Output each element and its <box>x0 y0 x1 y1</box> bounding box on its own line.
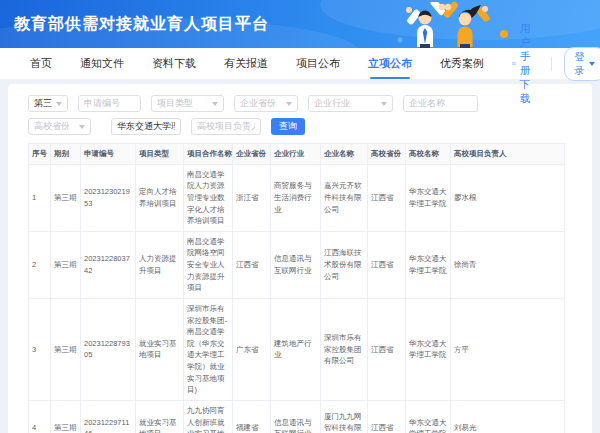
login-button[interactable]: 登录 <box>564 47 600 81</box>
table-cell: 华东交通大学理工学院 <box>406 298 451 400</box>
table-cell: 2023122971146 <box>81 400 136 433</box>
college-name-value: 华东交通大学理工学院 <box>117 120 175 133</box>
table-cell: 广东省 <box>233 298 271 400</box>
platform-title: 教育部供需对接就业育人项目平台 <box>14 14 269 35</box>
college-leader-placeholder: 高校项目负责人 <box>197 120 255 133</box>
table-cell: 江西海联技术股份有限公司 <box>321 231 368 298</box>
filter-row-2: 高校省份 华东交通大学理工学院 高校项目负责人 查询 <box>28 118 572 135</box>
table-cell: 方平 <box>451 298 565 400</box>
nav-item-project-announcement[interactable]: 项目公布 <box>296 48 340 80</box>
table-cell: 华东交通大学理工学院 <box>406 231 451 298</box>
table-cell: 商贸服务与生活消费行业 <box>271 164 321 231</box>
table-cell: 1 <box>29 164 51 231</box>
user-manual-download-link[interactable]: 用户手册下载 <box>512 22 539 106</box>
college-name-input[interactable]: 华东交通大学理工学院 <box>111 118 181 135</box>
table-cell: 就业实习基地项目 <box>136 400 184 433</box>
page-content: 第三期 申请编号 项目类型 企业省份 企业行业 企业名称 <box>0 80 600 433</box>
nav-item-reports[interactable]: 有关报道 <box>224 48 268 80</box>
company-industry-placeholder: 企业行业 <box>314 97 377 110</box>
application-number-input[interactable]: 申请编号 <box>78 95 141 112</box>
table-cell: 4 <box>29 400 51 433</box>
project-type-select[interactable]: 项目类型 <box>151 95 224 112</box>
column-header: 项目合作名称 <box>184 144 233 165</box>
table-cell: 人力资源提升项目 <box>136 231 184 298</box>
table-cell: 3 <box>29 298 51 400</box>
nav-item-approval-announcement[interactable]: 立项公布 <box>368 48 412 80</box>
project-type-placeholder: 项目类型 <box>157 97 208 110</box>
table-cell: 第三期 <box>51 400 81 433</box>
column-header: 企业行业 <box>271 144 321 165</box>
table-row: 1第三期2023123021953定向人才培养培训项目南昌交通学院人力资源管理专… <box>29 164 565 231</box>
college-leader-input[interactable]: 高校项目负责人 <box>191 118 261 135</box>
table-body: 1第三期2023123021953定向人才培养培训项目南昌交通学院人力资源管理专… <box>29 164 565 433</box>
college-province-select[interactable]: 高校省份 <box>28 118 91 135</box>
high-five-people-illustration <box>392 2 512 48</box>
period-select-value: 第三期 <box>34 97 52 110</box>
column-header: 申请编号 <box>81 144 136 165</box>
table-cell: 江西省 <box>368 164 406 231</box>
table-cell: 江西省 <box>368 400 406 433</box>
table-cell: 第三期 <box>51 231 81 298</box>
search-button[interactable]: 查询 <box>271 118 305 135</box>
table-cell: 第三期 <box>51 298 81 400</box>
table-cell: 2023123021953 <box>81 164 136 231</box>
table-cell: 南昌交通学院人力资源管理专业数字化人才培养培训项目 <box>184 164 233 231</box>
table-head-row: 序号期别申请编号项目类型项目合作名称企业省份企业行业企业名称高校省份高校名称高校… <box>29 144 565 165</box>
manual-link-label: 用户手册下载 <box>520 22 539 106</box>
table-cell: 福建省 <box>233 400 271 433</box>
company-province-placeholder: 企业省份 <box>240 97 282 110</box>
table-cell: 深圳市乐有家控股集团有限公司 <box>321 298 368 400</box>
table-cell: 2023122803742 <box>81 231 136 298</box>
chevron-down-icon <box>381 102 387 106</box>
chevron-down-icon <box>79 125 85 129</box>
chevron-down-icon <box>56 102 62 106</box>
chevron-down-icon <box>286 102 292 106</box>
column-header: 企业省份 <box>233 144 271 165</box>
column-header: 项目类型 <box>136 144 184 165</box>
table-cell: 江西省 <box>233 231 271 298</box>
company-province-select[interactable]: 企业省份 <box>234 95 298 112</box>
filter-row-1: 第三期 申请编号 项目类型 企业省份 企业行业 企业名称 <box>28 95 572 112</box>
column-header: 高校名称 <box>406 144 451 165</box>
main-navbar: 首页 通知文件 资料下载 有关报道 项目公布 立项公布 优秀案例 用户手册下载 … <box>0 48 600 80</box>
table-cell: 第三期 <box>51 164 81 231</box>
table-cell: 定向人才培养培训项目 <box>136 164 184 231</box>
table-cell: 刘易光 <box>451 400 565 433</box>
table-cell: 华东交通大学理工学院 <box>406 400 451 433</box>
table-cell: 2 <box>29 231 51 298</box>
table-cell: 嘉兴元齐软件科技有限公司 <box>321 164 368 231</box>
period-select[interactable]: 第三期 <box>28 95 68 112</box>
table-cell: 江西省 <box>368 298 406 400</box>
table-cell: 南昌交通学院网络空间安全专业人力资源提升项目 <box>184 231 233 298</box>
column-header: 企业名称 <box>321 144 368 165</box>
top-banner: 教育部供需对接就业育人项目平台 <box>0 0 600 48</box>
application-number-placeholder: 申请编号 <box>84 97 135 110</box>
table-cell: 就业实习基地项目 <box>136 298 184 400</box>
table-cell: 浙江省 <box>233 164 271 231</box>
table-row: 4第三期2023122971146就业实习基地项目九九协同育人创新班就业实习基地… <box>29 400 565 433</box>
table-cell: 江西省 <box>368 231 406 298</box>
nav-item-excellent-cases[interactable]: 优秀案例 <box>440 48 484 80</box>
table-cell: 徐尚青 <box>451 231 565 298</box>
table-cell: 建筑地产行业 <box>271 298 321 400</box>
company-name-placeholder: 企业名称 <box>409 97 472 110</box>
company-name-input[interactable]: 企业名称 <box>403 95 478 112</box>
company-industry-select[interactable]: 企业行业 <box>308 95 393 112</box>
column-header: 高校项目负责人 <box>451 144 565 165</box>
nav-item-downloads[interactable]: 资料下载 <box>152 48 196 80</box>
table-row: 2第三期2023122803742人力资源提升项目南昌交通学院网络空间安全专业人… <box>29 231 565 298</box>
table-cell: 信息通讯与互联网行业 <box>271 400 321 433</box>
table-cell: 厦门九九网智科技有限公司 <box>321 400 368 433</box>
nav-item-notices[interactable]: 通知文件 <box>80 48 124 80</box>
table-row: 3第三期2023122879305就业实习基地项目深圳市乐有家控股集团-南昌交通… <box>29 298 565 400</box>
column-header: 序号 <box>29 144 51 165</box>
nav-item-home[interactable]: 首页 <box>30 48 52 80</box>
chevron-down-icon <box>212 102 218 106</box>
table-cell: 深圳市乐有家控股集团-南昌交通学院（华东交通大学理工学院）就业实习基地项目) <box>184 298 233 400</box>
college-province-placeholder: 高校省份 <box>34 120 75 133</box>
login-button-label: 登录 <box>575 50 585 78</box>
table-cell: 九九协同育人创新班就业实习基地项目 <box>184 400 233 433</box>
book-icon <box>512 58 516 69</box>
column-header: 高校省份 <box>368 144 406 165</box>
table-cell: 廖水根 <box>451 164 565 231</box>
